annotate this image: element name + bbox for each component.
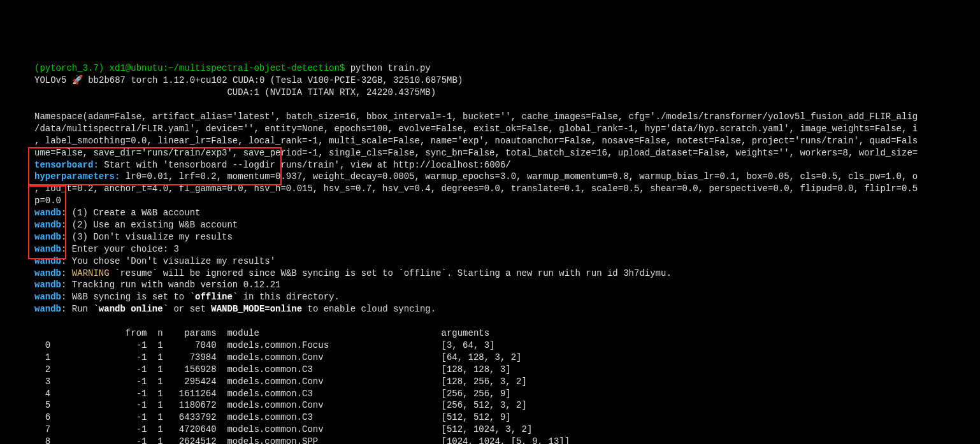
table-row: 2 -1 1 156928 models.common.C3 [128, 128…: [34, 364, 980, 376]
wandb-text: ` or set: [163, 304, 212, 314]
wandb-text: : Tracking run with wandb version 0.12.2…: [61, 280, 280, 290]
table-row: 6 -1 1 6433792 models.common.C3 [512, 51…: [34, 412, 980, 424]
offline-text: offline: [195, 292, 233, 302]
wandb-text: : (2) Use an existing W&B account: [61, 220, 238, 230]
table-row: 7 -1 1 4720640 models.common.Conv [512, …: [34, 424, 980, 436]
shell-prompt: (pytorch_3.7) xd1@ubnutu:~/multispectral…: [34, 63, 345, 73]
wandb-text: : You chose 'Don't visualize my results': [61, 256, 275, 266]
tensorboard-text: Start with 'tensorboard --logdir runs/tr…: [99, 160, 511, 170]
wandb-label: wandb: [34, 220, 61, 230]
namespace-line: Namespace(adam=False, artifact_alias='la…: [34, 111, 918, 122]
table-row: 5 -1 1 1180672 models.common.Conv [256, …: [34, 399, 980, 412]
hyperparameters-text: p=0.0: [34, 196, 61, 206]
wandb-text: : (3) Don't visualize my results: [61, 232, 233, 242]
table-header: from n params module arguments: [34, 328, 489, 338]
wandb-text: : Run `: [61, 304, 99, 314]
model-table: 0 -1 1 7040 models.common.Focus [3, 64, …: [34, 340, 980, 444]
wandb-mode-text: WANDB_MODE=online: [211, 304, 302, 314]
wandb-text: :: [61, 268, 72, 278]
table-row: 8 -1 1 2624512 models.common.SPP [1024, …: [34, 436, 980, 444]
wandb-text: : W&B syncing is set to `: [61, 292, 195, 302]
wandb-text: : Enter your choice: 3: [61, 244, 179, 254]
warning-label: WARNING: [72, 268, 110, 278]
namespace-line: /data/multispectral/FLIR.yaml', device='…: [34, 124, 918, 134]
wandb-label: wandb: [34, 268, 61, 278]
hyperparameters-text: lr0=0.01, lrf=0.2, momentum=0.937, weigh…: [120, 171, 918, 182]
wandb-label: wandb: [34, 208, 61, 218]
wandb-label: wandb: [34, 244, 61, 254]
tensorboard-label: tensorboard:: [34, 160, 99, 170]
wandb-label: wandb: [34, 292, 61, 302]
namespace-line: , label_smoothing=0.0, linear_lr=False, …: [34, 136, 918, 146]
wandb-text: `resume` will be ignored since W&B synci…: [110, 268, 672, 278]
table-row: 1 -1 1 73984 models.common.Conv [64, 128…: [34, 352, 980, 364]
wandb-text: to enable cloud syncing.: [302, 304, 436, 314]
yolo-banner: YOLOv5 🚀 bb2b687 torch 1.12.0+cu102 CUDA…: [34, 75, 463, 85]
namespace-line: ume=False, save_dir='runs/train/exp3', s…: [34, 148, 918, 158]
hyperparameters-text: , iou_t=0.2, anchor_t=4.0, fl_gamma=0.0,…: [34, 183, 918, 194]
table-row: 3 -1 1 295424 models.common.Conv [128, 2…: [34, 376, 980, 388]
table-row: 4 -1 1 1611264 models.common.C3 [256, 25…: [34, 388, 980, 400]
wandb-online-text: wandb online: [99, 304, 163, 314]
wandb-text: : (1) Create a W&B account: [61, 208, 200, 218]
wandb-label: wandb: [34, 256, 61, 266]
wandb-label: wandb: [34, 232, 61, 242]
wandb-label: wandb: [34, 280, 61, 290]
hyperparameters-label: hyperparameters:: [34, 171, 120, 182]
terminal-output: (pytorch_3.7) xd1@ubnutu:~/multispectral…: [0, 51, 980, 444]
wandb-label: wandb: [34, 304, 61, 314]
wandb-text: ` in this directory.: [233, 292, 340, 302]
table-row: 0 -1 1 7040 models.common.Focus [3, 64, …: [34, 340, 980, 352]
cuda-line: CUDA:1 (NVIDIA TITAN RTX, 24220.4375MB): [34, 87, 436, 97]
command-text: python train.py: [345, 63, 430, 73]
